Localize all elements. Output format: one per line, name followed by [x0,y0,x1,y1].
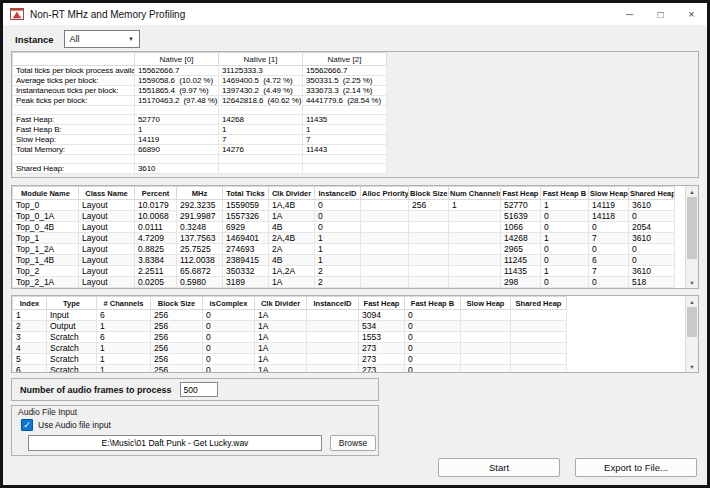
table-cell[interactable]: 3610 [629,233,675,244]
table-cell[interactable]: 2 [315,277,361,288]
table-cell[interactable]: 1A,4B [269,200,315,211]
table-row[interactable]: Top_1_4BLayout3.8384112.003823894154B111… [13,255,686,266]
table-cell[interactable]: 12642818.6 (40.62 %) [219,96,303,106]
table-cell[interactable]: 15170463.2 (97.48 %) [135,96,219,106]
table-row[interactable]: Slow Heap:1411977 [13,135,387,145]
table-cell[interactable]: Layout [79,211,135,222]
table-cell[interactable] [511,310,567,321]
table-cell[interactable]: 0 [541,244,589,255]
table-cell[interactable]: 0 [405,321,461,332]
table-cell[interactable]: 0 [203,365,255,374]
table-cell[interactable]: 25.7525 [177,244,223,255]
browse-button[interactable]: Browse [330,435,376,451]
table-cell[interactable]: Top_1 [13,233,79,244]
table-cell[interactable]: Total Memory: [13,145,135,155]
table-cell[interactable]: 112.0038 [177,255,223,266]
table-cell[interactable]: 1 [541,200,589,211]
table-row[interactable]: Instantaneous ticks per block:1551865.4 … [13,86,387,96]
table-row[interactable]: Shared Heap:3610 [13,164,387,174]
table-cell[interactable]: 137.7563 [177,233,223,244]
table-cell[interactable]: 1 [219,125,303,135]
checkbox-checked-icon[interactable]: ✓ [21,419,33,431]
table-cell[interactable]: Shared Heap: [13,164,135,174]
table-cell[interactable]: 0 [315,211,361,222]
table-cell[interactable] [449,233,501,244]
table-cell[interactable]: 1 [315,233,361,244]
table-cell[interactable]: 15562666.7 [303,66,387,76]
table-cell[interactable]: 3610 [135,164,219,174]
table-cell[interactable]: 256 [151,332,203,343]
table-row[interactable]: Top_0_1ALayout10.0068291.998715573261A05… [13,211,686,222]
table-cell[interactable]: 1 [315,244,361,255]
scroll-up-icon[interactable]: ▲ [686,186,698,197]
table-cell[interactable]: 0 [315,200,361,211]
table-cell[interactable]: 0 [405,365,461,374]
table-cell[interactable]: 350331.5 (2.25 %) [303,76,387,86]
table-cell[interactable]: 4B [269,255,315,266]
table-row[interactable]: Top_2_1ALayout0.02050.598031891A22980051… [13,277,686,288]
table-cell[interactable]: 14276 [219,145,303,155]
table-cell[interactable] [361,200,409,211]
table-cell[interactable]: 256 [409,200,449,211]
table-cell[interactable]: 1A [255,365,307,374]
maximize-button[interactable]: □ [645,3,676,25]
table-cell[interactable]: 7 [589,233,629,244]
table-cell[interactable]: 0 [405,354,461,365]
table-cell[interactable]: 6 [97,332,151,343]
table-cell[interactable]: 292.3235 [177,200,223,211]
table-cell[interactable]: 1553 [359,332,405,343]
table-cell[interactable]: 52770 [135,115,219,125]
table-cell[interactable]: 1559058.6 (10.02 %) [135,76,219,86]
table-cell[interactable]: 11435 [501,266,541,277]
table-cell[interactable]: 11443 [303,145,387,155]
table-cell[interactable]: 6 [589,255,629,266]
table-cell[interactable]: 65.6872 [177,266,223,277]
table-cell[interactable]: Layout [79,233,135,244]
table-cell[interactable] [307,310,359,321]
table-cell[interactable] [307,321,359,332]
table-cell[interactable]: 15562666.7 [135,66,219,76]
table-cell[interactable] [307,354,359,365]
table-cell[interactable]: Layout [79,222,135,233]
table-cell[interactable]: 6929 [223,222,269,233]
table-cell[interactable]: 3610 [629,266,675,277]
table-cell[interactable]: 0 [541,222,589,233]
table-cell[interactable]: 7 [219,135,303,145]
table-row[interactable]: Fast Heap B:111 [13,125,387,135]
table-cell[interactable]: Layout [79,255,135,266]
table-cell[interactable]: 1 [449,200,501,211]
table-cell[interactable]: 6 [13,365,47,374]
table-cell[interactable]: 3.8384 [135,255,177,266]
table-cell[interactable]: 1551865.4 (9.97 %) [135,86,219,96]
table-cell[interactable]: 273 [359,354,405,365]
audio-file-path-input[interactable] [28,435,322,451]
table-cell[interactable]: 1469400.5 (4.72 %) [219,76,303,86]
table-cell[interactable]: Fast Heap: [13,115,135,125]
table-cell[interactable]: Top_1_4B [13,255,79,266]
table-cell[interactable]: 3 [13,332,47,343]
table-cell[interactable] [511,332,567,343]
table-cell[interactable]: 1A [255,321,307,332]
table-cell[interactable] [135,106,219,115]
table-cell[interactable] [461,310,511,321]
table-cell[interactable]: 3094 [359,310,405,321]
table-cell[interactable]: 256 [151,310,203,321]
table-cell[interactable]: 14119 [135,135,219,145]
table-cell[interactable] [449,211,501,222]
table-cell[interactable]: 1A [255,354,307,365]
table-cell[interactable]: 14268 [501,233,541,244]
table-cell[interactable]: 256 [151,343,203,354]
table-cell[interactable] [449,266,501,277]
table-cell[interactable]: 51639 [501,211,541,222]
table-cell[interactable]: Average ticks per block: [13,76,135,86]
table-cell[interactable]: 1 [303,125,387,135]
table-cell[interactable] [511,343,567,354]
table-cell[interactable]: 2054 [629,222,675,233]
table-cell[interactable] [361,222,409,233]
scroll-up-icon[interactable]: ▲ [686,296,698,307]
table-row[interactable]: 3Scratch625601A15530 [13,332,686,343]
table-cell[interactable]: 0 [589,222,629,233]
table-cell[interactable] [307,365,359,374]
table-cell[interactable]: Layout [79,244,135,255]
table-cell[interactable]: 10.0179 [135,200,177,211]
